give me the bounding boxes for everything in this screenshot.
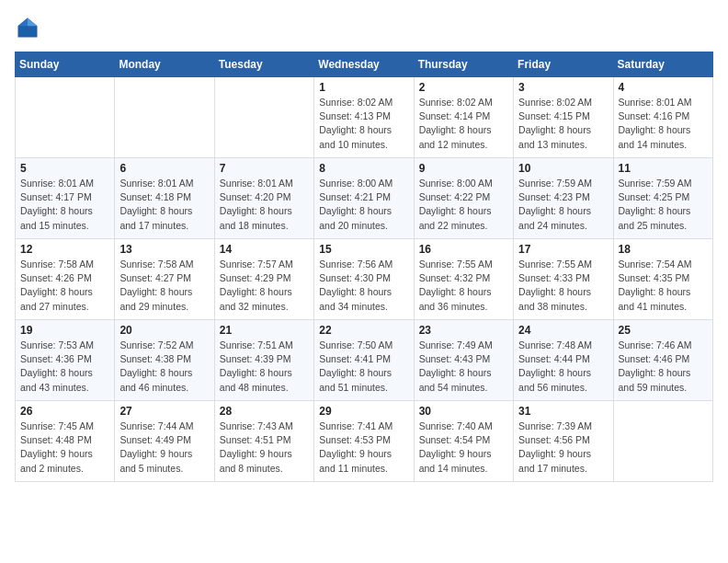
day-number: 5 (20, 162, 109, 175)
day-number: 20 (119, 324, 209, 337)
day-number: 21 (220, 324, 309, 337)
weekday-header-friday: Friday (514, 52, 613, 77)
calendar-cell: 10Sunrise: 7:59 AMSunset: 4:23 PMDayligh… (514, 158, 613, 239)
calendar-cell: 19Sunrise: 7:53 AMSunset: 4:36 PMDayligh… (16, 320, 115, 401)
calendar-table: SundayMondayTuesdayWednesdayThursdayFrid… (15, 52, 713, 482)
day-number: 16 (419, 243, 508, 256)
day-number: 12 (20, 243, 109, 256)
calendar-header-row: SundayMondayTuesdayWednesdayThursdayFrid… (16, 52, 713, 77)
day-info: Sunrise: 7:58 AMSunset: 4:27 PMDaylight:… (119, 258, 209, 314)
calendar-cell: 21Sunrise: 7:51 AMSunset: 4:39 PMDayligh… (214, 320, 313, 401)
day-number: 28 (220, 405, 309, 418)
day-number: 29 (319, 405, 408, 418)
day-number: 9 (419, 162, 508, 175)
day-info: Sunrise: 7:54 AMSunset: 4:35 PMDaylight:… (619, 258, 708, 314)
calendar-week-row: 1Sunrise: 8:02 AMSunset: 4:13 PMDaylight… (16, 77, 713, 158)
day-number: 4 (619, 81, 708, 94)
day-info: Sunrise: 7:57 AMSunset: 4:29 PMDaylight:… (220, 258, 309, 314)
calendar-cell: 17Sunrise: 7:55 AMSunset: 4:33 PMDayligh… (514, 239, 613, 320)
calendar-cell: 25Sunrise: 7:46 AMSunset: 4:46 PMDayligh… (613, 320, 712, 401)
weekday-header-wednesday: Wednesday (314, 52, 414, 77)
day-number: 11 (619, 162, 708, 175)
day-info: Sunrise: 7:59 AMSunset: 4:23 PMDaylight:… (518, 177, 608, 233)
calendar-cell: 7Sunrise: 8:01 AMSunset: 4:20 PMDaylight… (214, 158, 313, 239)
calendar-cell: 5Sunrise: 8:01 AMSunset: 4:17 PMDaylight… (16, 158, 115, 239)
day-info: Sunrise: 7:39 AMSunset: 4:56 PMDaylight:… (518, 419, 608, 476)
day-number: 15 (319, 243, 408, 256)
calendar-cell: 11Sunrise: 7:59 AMSunset: 4:25 PMDayligh… (613, 158, 712, 239)
calendar-cell (16, 77, 115, 158)
day-info: Sunrise: 8:00 AMSunset: 4:21 PMDaylight:… (319, 177, 408, 233)
calendar-cell: 24Sunrise: 7:48 AMSunset: 4:44 PMDayligh… (514, 320, 613, 401)
day-number: 14 (220, 243, 309, 256)
calendar-week-row: 26Sunrise: 7:45 AMSunset: 4:48 PMDayligh… (16, 401, 713, 482)
calendar-cell: 31Sunrise: 7:39 AMSunset: 4:56 PMDayligh… (514, 401, 613, 482)
day-number: 10 (518, 162, 608, 175)
day-number: 23 (419, 324, 508, 337)
calendar-cell: 14Sunrise: 7:57 AMSunset: 4:29 PMDayligh… (214, 239, 313, 320)
calendar-cell (115, 77, 214, 158)
day-number: 6 (119, 162, 209, 175)
day-number: 2 (419, 81, 508, 94)
day-info: Sunrise: 7:46 AMSunset: 4:46 PMDaylight:… (619, 339, 708, 395)
calendar-cell: 6Sunrise: 8:01 AMSunset: 4:18 PMDaylight… (115, 158, 214, 239)
day-info: Sunrise: 8:01 AMSunset: 4:17 PMDaylight:… (20, 177, 109, 233)
day-number: 18 (619, 243, 708, 256)
weekday-header-saturday: Saturday (613, 52, 712, 77)
day-info: Sunrise: 8:02 AMSunset: 4:13 PMDaylight:… (319, 96, 408, 152)
day-info: Sunrise: 7:44 AMSunset: 4:49 PMDaylight:… (119, 419, 209, 476)
day-info: Sunrise: 7:49 AMSunset: 4:43 PMDaylight:… (419, 339, 508, 395)
calendar-cell (613, 401, 712, 482)
weekday-header-sunday: Sunday (16, 52, 115, 77)
day-number: 7 (220, 162, 309, 175)
day-info: Sunrise: 7:45 AMSunset: 4:48 PMDaylight:… (20, 419, 109, 476)
day-info: Sunrise: 7:52 AMSunset: 4:38 PMDaylight:… (119, 339, 209, 395)
page-header (15, 15, 713, 40)
day-info: Sunrise: 7:50 AMSunset: 4:41 PMDaylight:… (319, 339, 408, 395)
calendar-cell: 2Sunrise: 8:02 AMSunset: 4:14 PMDaylight… (414, 77, 513, 158)
day-number: 22 (319, 324, 408, 337)
day-info: Sunrise: 7:43 AMSunset: 4:51 PMDaylight:… (220, 419, 309, 476)
calendar-cell: 23Sunrise: 7:49 AMSunset: 4:43 PMDayligh… (414, 320, 513, 401)
svg-marker-2 (18, 18, 28, 27)
day-number: 1 (319, 81, 408, 94)
day-info: Sunrise: 8:01 AMSunset: 4:18 PMDaylight:… (119, 177, 209, 233)
calendar-cell: 15Sunrise: 7:56 AMSunset: 4:30 PMDayligh… (314, 239, 414, 320)
day-info: Sunrise: 7:40 AMSunset: 4:54 PMDaylight:… (419, 419, 508, 476)
calendar-cell: 1Sunrise: 8:02 AMSunset: 4:13 PMDaylight… (314, 77, 414, 158)
logo (15, 15, 44, 40)
day-info: Sunrise: 8:00 AMSunset: 4:22 PMDaylight:… (419, 177, 508, 233)
weekday-header-thursday: Thursday (414, 52, 513, 77)
calendar-cell (214, 77, 313, 158)
calendar-cell: 4Sunrise: 8:01 AMSunset: 4:16 PMDaylight… (613, 77, 712, 158)
calendar-cell: 3Sunrise: 8:02 AMSunset: 4:15 PMDaylight… (514, 77, 613, 158)
calendar-cell: 8Sunrise: 8:00 AMSunset: 4:21 PMDaylight… (314, 158, 414, 239)
day-info: Sunrise: 7:51 AMSunset: 4:39 PMDaylight:… (220, 339, 309, 395)
day-info: Sunrise: 7:56 AMSunset: 4:30 PMDaylight:… (319, 258, 408, 314)
day-info: Sunrise: 8:02 AMSunset: 4:14 PMDaylight:… (419, 96, 508, 152)
calendar-cell: 13Sunrise: 7:58 AMSunset: 4:27 PMDayligh… (115, 239, 214, 320)
day-number: 24 (518, 324, 608, 337)
day-info: Sunrise: 7:58 AMSunset: 4:26 PMDaylight:… (20, 258, 109, 314)
day-info: Sunrise: 8:01 AMSunset: 4:20 PMDaylight:… (220, 177, 309, 233)
day-number: 25 (619, 324, 708, 337)
day-info: Sunrise: 7:59 AMSunset: 4:25 PMDaylight:… (619, 177, 708, 233)
day-info: Sunrise: 7:55 AMSunset: 4:32 PMDaylight:… (419, 258, 508, 314)
day-number: 3 (518, 81, 608, 94)
day-number: 30 (419, 405, 508, 418)
day-number: 17 (518, 243, 608, 256)
day-number: 26 (20, 405, 109, 418)
calendar-cell: 12Sunrise: 7:58 AMSunset: 4:26 PMDayligh… (16, 239, 115, 320)
day-number: 13 (119, 243, 209, 256)
calendar-cell: 27Sunrise: 7:44 AMSunset: 4:49 PMDayligh… (115, 401, 214, 482)
day-info: Sunrise: 7:53 AMSunset: 4:36 PMDaylight:… (20, 339, 109, 395)
calendar-cell: 26Sunrise: 7:45 AMSunset: 4:48 PMDayligh… (16, 401, 115, 482)
calendar-cell: 28Sunrise: 7:43 AMSunset: 4:51 PMDayligh… (214, 401, 313, 482)
day-number: 8 (319, 162, 408, 175)
day-info: Sunrise: 8:01 AMSunset: 4:16 PMDaylight:… (619, 96, 708, 152)
logo-icon (15, 15, 40, 40)
calendar-week-row: 12Sunrise: 7:58 AMSunset: 4:26 PMDayligh… (16, 239, 713, 320)
weekday-header-monday: Monday (115, 52, 214, 77)
day-number: 27 (119, 405, 209, 418)
calendar-cell: 9Sunrise: 8:00 AMSunset: 4:22 PMDaylight… (414, 158, 513, 239)
